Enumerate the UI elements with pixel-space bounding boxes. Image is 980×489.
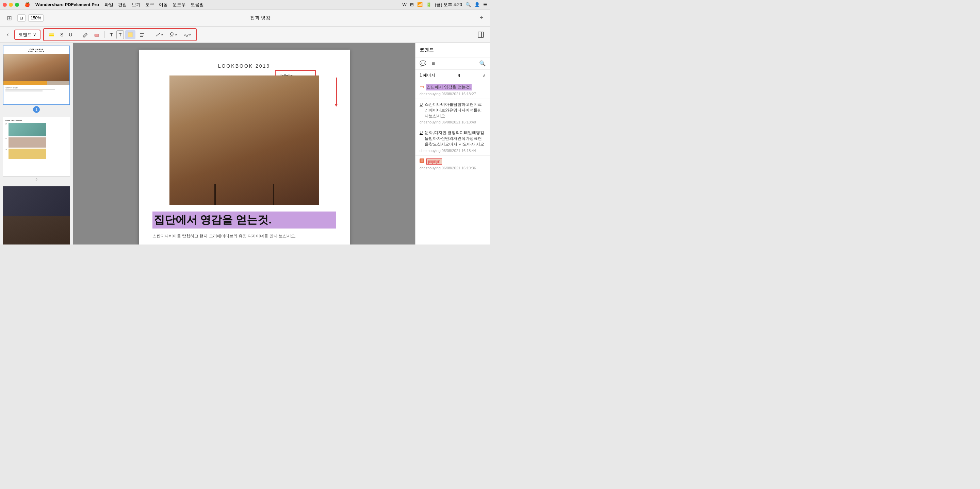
comment-1-text: 집단에서 영감을 얻는것. <box>426 84 472 90</box>
page-thumb-2[interactable]: Table of Contents 24 26 28 <box>3 117 70 182</box>
menu-move[interactable]: 이동 <box>159 2 168 8</box>
app-name: Wondershare PDFelement Pro <box>35 2 99 7</box>
comment-item-2-header: U 스칸디나비아를탐험하고현지크리에이티브와유명디자이너를만나보십시오. <box>420 102 486 119</box>
pdf-title: LOOKBOOK 2019 <box>153 63 336 69</box>
main-toolbar: ⊞ ⊟ 150% 집과 영감 + <box>0 10 490 27</box>
comment-3-meta: chezhouying 06/08/2021 16:18:44 <box>420 149 486 153</box>
comment-chevron-icon: ∨ <box>33 32 37 37</box>
search-icon[interactable]: 🔍 <box>466 2 471 7</box>
sidebar-toggle[interactable]: ⊞ <box>4 13 14 23</box>
thumb-toc-content: Table of Contents 24 26 28 <box>3 117 70 161</box>
pdf-area[interactable]: LOOKBOOK 2019 jinjinjin <box>73 43 415 244</box>
comment-label: 코멘트 <box>18 32 32 38</box>
back-button[interactable]: ‹ <box>4 30 11 40</box>
panel-toggle-icon <box>478 32 484 38</box>
panel-toggle-area <box>476 30 486 39</box>
add-tab-button[interactable]: + <box>477 14 486 21</box>
svg-rect-9 <box>478 32 484 37</box>
menu-tools[interactable]: 도구 <box>145 2 154 8</box>
comment-4-text: jinjinjin <box>426 159 442 165</box>
panel-toggle-button[interactable] <box>476 30 486 39</box>
comment-count: 4 <box>458 73 460 78</box>
menu-bar: 🍎 Wondershare PDFelement Pro 파일 편집 보기 도구… <box>0 0 490 10</box>
svg-rect-1 <box>49 33 54 35</box>
fullscreen-button[interactable] <box>15 3 19 7</box>
annotation-tools: S U T T <box>43 28 197 41</box>
comment-item-4[interactable]: ⊟ jinjinjin chezhouying 06/08/2021 16:19… <box>415 156 490 173</box>
comment-item-4-header: ⊟ jinjinjin <box>420 159 486 165</box>
note-lines-icon <box>139 32 145 38</box>
strikethrough-tool[interactable]: S <box>58 30 65 39</box>
view-mode-toggle[interactable]: ⊟ <box>18 14 25 22</box>
highlight-tool[interactable] <box>47 30 57 39</box>
minimize-button[interactable] <box>9 3 13 7</box>
comment-item-3-header: U 문화,디자인,열정의디테일에영감을받아자신만의개인적가정표현을찾으십시오아자… <box>420 130 486 147</box>
pen-tool[interactable] <box>80 30 90 39</box>
shape-icon <box>155 32 161 38</box>
close-button[interactable] <box>3 3 7 7</box>
separator1 <box>77 31 77 38</box>
comment-3-text: 문화,디자인,열정의디테일에영감을받아자신만의개인적가정표현을찾으십시오아자 시… <box>425 130 486 147</box>
app: ⊞ ⊟ 150% 집과 영감 + ‹ 코멘트 ∨ S U <box>0 10 490 244</box>
comment-list: ▭ 집단에서 영감을 얻는것. chezhouying 06/08/2021 1… <box>415 81 490 244</box>
page-thumb-3[interactable]: 3 <box>3 186 70 244</box>
pen-icon <box>82 32 88 38</box>
page-thumb-1[interactable]: COLUMBIACOLLECTIVE 집단에서 영감을 <box>3 46 70 113</box>
comment-item-1-header: ▭ 집단에서 영감을 얻는것. <box>420 84 486 90</box>
svg-rect-2 <box>95 34 99 37</box>
text-icon: T <box>110 32 113 37</box>
note-lines-tool[interactable] <box>137 30 147 39</box>
shape-tool[interactable]: ∨ <box>153 30 165 39</box>
textbox-icon: T <box>119 32 122 37</box>
comment-2-text: 스칸디나비아를탐험하고현지크리에이티브와유명디자이너를만나보십시오. <box>425 102 486 119</box>
comment-search-button[interactable]: 🔍 <box>479 60 486 67</box>
menu-help[interactable]: 도움말 <box>191 2 204 8</box>
thumb-text-area: 집단에서 영감을 <box>3 85 69 93</box>
apple-icon: 🍎 <box>24 2 30 7</box>
comment-item-3[interactable]: U 문화,디자인,열정의디테일에영감을받아자신만의개인적가정표현을찾으십시오아자… <box>415 127 490 156</box>
comment-panel-tabs: 💬 ≡ 🔍 <box>415 57 490 70</box>
underline-tool[interactable]: U <box>67 30 74 39</box>
stamp-icon <box>169 32 175 38</box>
highlight-comment-icon: ▭ <box>420 84 424 89</box>
svg-line-7 <box>156 33 160 37</box>
page-sidebar: COLUMBIACOLLECTIVE 집단에서 영감을 <box>0 43 73 244</box>
sign-icon <box>183 32 189 38</box>
eraser-tool[interactable] <box>92 30 102 39</box>
thumb-toc-img2 <box>8 137 46 148</box>
comment-page-header: 1 페이지 4 ∧ <box>415 70 490 81</box>
document-title: 집과 영감 <box>46 15 474 21</box>
zoom-select[interactable]: 150% <box>28 14 43 22</box>
menu-icon[interactable]: ☰ <box>483 2 487 7</box>
thumb-dark-top <box>3 186 70 216</box>
comment-tab-chat[interactable]: 💬 <box>420 60 426 67</box>
comment-button[interactable]: 코멘트 ∨ <box>14 30 40 40</box>
comment-item-1[interactable]: ▭ 집단에서 영감을 얻는것. chezhouying 06/08/2021 1… <box>415 81 490 99</box>
comment-item-2[interactable]: U 스칸디나비아를탐험하고현지크리에이티브와유명디자이너를만나보십시오. che… <box>415 99 490 127</box>
menubar-right: W ⊞ 📶 🔋 (금) 오후 4:20 🔍 👤 ☰ <box>402 2 487 8</box>
comment-panel: 코멘트 💬 ≡ 🔍 1 페이지 4 ∧ ▭ 집단에서 영감을 얻는것. <box>415 43 490 244</box>
comment-tab-list[interactable]: ≡ <box>432 60 435 67</box>
avatar-icon[interactable]: 👤 <box>474 2 480 7</box>
sticky-note-tool[interactable] <box>125 30 135 39</box>
traffic-lights <box>3 3 19 7</box>
menu-view[interactable]: 보기 <box>132 2 140 8</box>
svg-rect-3 <box>128 32 133 37</box>
comment-collapse-button[interactable]: ∧ <box>482 73 486 78</box>
pdf-heading-text: 집단에서 영감을 얻는것. <box>154 214 272 226</box>
menu-window[interactable]: 윈도우 <box>172 2 186 8</box>
text-tool[interactable]: T <box>108 30 115 39</box>
word-icon: W <box>402 2 407 7</box>
menu-edit[interactable]: 편집 <box>118 2 127 8</box>
thumb-brand-name: COLUMBIACOLLECTIVE <box>5 48 67 52</box>
sign-tool[interactable]: ∨ <box>181 30 193 39</box>
comment-page-label: 1 페이지 <box>420 72 435 78</box>
underline-comment-icon-3: U <box>420 130 423 135</box>
comment-panel-title: 코멘트 <box>420 47 434 52</box>
textbox-tool[interactable]: T <box>116 30 124 39</box>
comment-1-date: 06/08/2021 16:18:27 <box>442 92 476 96</box>
comment-panel-header: 코멘트 <box>415 43 490 57</box>
stamp-tool[interactable]: ∨ <box>167 30 179 39</box>
menu-file[interactable]: 파일 <box>105 2 113 8</box>
thumb-color-strips <box>3 81 69 85</box>
